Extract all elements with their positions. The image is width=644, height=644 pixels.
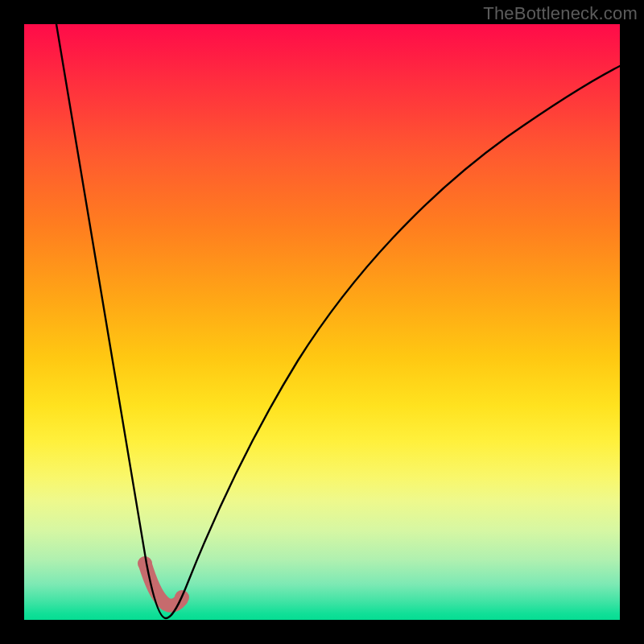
plot-frame xyxy=(24,24,620,620)
watermark-text: TheBottleneck.com xyxy=(483,3,638,24)
curve-layer xyxy=(24,24,620,620)
main-curve xyxy=(56,24,620,618)
